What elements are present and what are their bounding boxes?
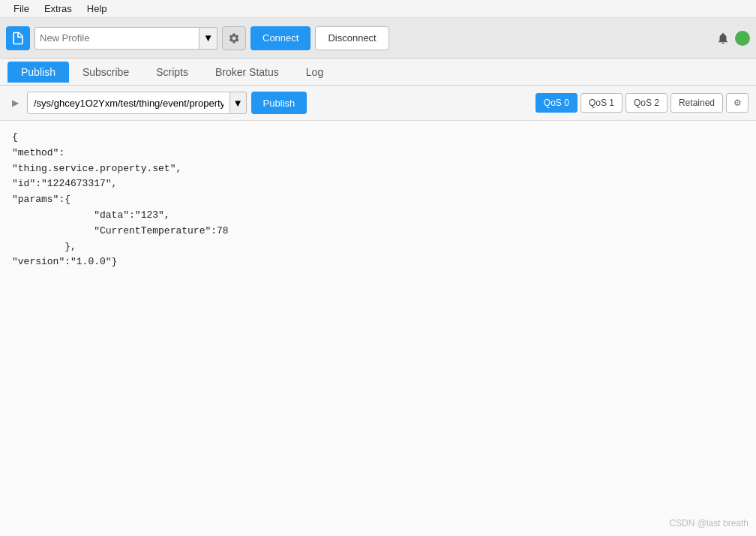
tab-publish[interactable]: Publish	[8, 62, 69, 83]
tab-log[interactable]: Log	[292, 62, 337, 83]
profile-input[interactable]	[34, 27, 200, 50]
disconnect-button[interactable]: Disconnect	[315, 26, 388, 50]
connect-button[interactable]: Connect	[250, 26, 310, 50]
profile-dropdown-button[interactable]: ▼	[200, 27, 218, 50]
options-icon: ⚙	[734, 98, 742, 108]
chevron-down-icon: ▼	[203, 32, 213, 44]
expand-arrow[interactable]: ▶	[8, 95, 22, 110]
tabbar: Publish Subscribe Scripts Broker Status …	[0, 59, 756, 86]
status-icons	[714, 29, 750, 47]
qos1-button[interactable]: QoS 1	[580, 93, 622, 113]
menu-help[interactable]: Help	[80, 2, 115, 16]
bell-icon[interactable]	[714, 29, 732, 47]
chevron-down-icon: ▼	[233, 98, 243, 109]
menu-file[interactable]: File	[6, 2, 37, 16]
settings-button[interactable]	[222, 26, 246, 50]
toolbar: ▼ Connect Disconnect	[0, 18, 756, 59]
topic-input-wrap: ▼	[27, 92, 247, 114]
retained-button[interactable]: Retained	[670, 93, 723, 113]
qos-group: QoS 0 QoS 1 QoS 2 Retained ⚙	[536, 93, 748, 113]
topic-input[interactable]	[27, 92, 230, 114]
publish-button[interactable]: Publish	[251, 92, 308, 114]
publish-toolbar: ▶ ▼ Publish QoS 0 QoS 1 QoS 2 Retained ⚙	[0, 86, 756, 121]
tab-broker-status[interactable]: Broker Status	[202, 62, 292, 83]
gear-icon	[228, 32, 240, 44]
menu-extras[interactable]: Extras	[37, 2, 80, 16]
profile-icon[interactable]	[6, 26, 30, 50]
connection-status-dot	[735, 31, 750, 46]
tab-subscribe[interactable]: Subscribe	[69, 62, 142, 83]
profile-select-wrap: ▼	[34, 27, 218, 50]
code-area[interactable]: { "method": "thing.service.property.set"…	[0, 121, 756, 536]
main-content: ▶ ▼ Publish QoS 0 QoS 1 QoS 2 Retained ⚙…	[0, 86, 756, 536]
options-button[interactable]: ⚙	[726, 93, 748, 113]
menubar: File Extras Help	[0, 0, 756, 18]
qos0-button[interactable]: QoS 0	[536, 93, 578, 113]
qos2-button[interactable]: QoS 2	[626, 93, 668, 113]
topic-dropdown-button[interactable]: ▼	[230, 92, 247, 114]
tab-scripts[interactable]: Scripts	[142, 62, 202, 83]
